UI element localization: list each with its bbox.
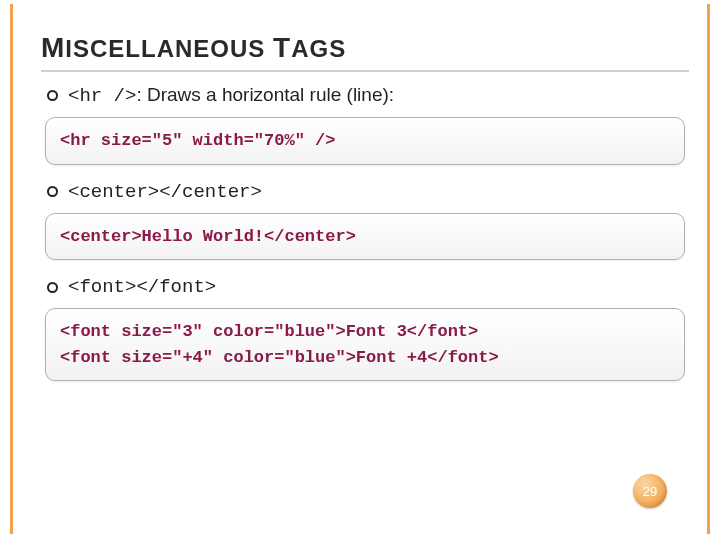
bullet-center: <center></center> [47, 181, 689, 203]
bullet-code: <font></font> [68, 276, 216, 298]
bullet-icon [47, 282, 58, 293]
title-rest-2: AGS [291, 35, 346, 62]
page-title: MISCELLANEOUS TAGS [41, 32, 689, 72]
slide-content: MISCELLANEOUS TAGS <hr />: Draws a horiz… [13, 4, 707, 381]
codebox-hr: <hr size="5" width="70%" /> [45, 117, 685, 165]
title-rest-1: ISCELLANEOUS [65, 35, 273, 62]
codebox-center: <center>Hello World!</center> [45, 213, 685, 261]
bullet-text: <hr />: Draws a horizontal rule (line): [68, 84, 394, 107]
bullet-code: <hr /> [68, 85, 136, 107]
page-number: 29 [643, 484, 657, 499]
bullet-icon [47, 186, 58, 197]
bullet-font: <font></font> [47, 276, 689, 298]
codebox-font: <font size="3" color="blue">Font 3</font… [45, 308, 685, 381]
bullet-icon [47, 90, 58, 101]
page-number-badge: 29 [633, 474, 667, 508]
slide-frame: MISCELLANEOUS TAGS <hr />: Draws a horiz… [10, 4, 710, 534]
title-cap-2: T [273, 32, 291, 63]
title-cap-1: M [41, 32, 65, 63]
bullet-code: <center></center> [68, 181, 262, 203]
bullet-desc: : Draws a horizontal rule (line): [136, 84, 394, 105]
bullet-hr: <hr />: Draws a horizontal rule (line): [47, 84, 689, 107]
